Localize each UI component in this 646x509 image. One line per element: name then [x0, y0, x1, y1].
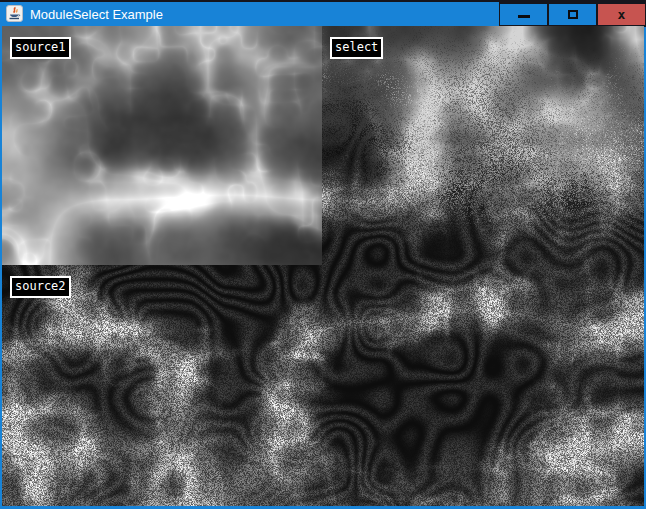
- app-window: ModuleSelect Example x source1 select so…: [0, 0, 646, 509]
- title-bar[interactable]: ModuleSelect Example x: [0, 0, 646, 26]
- window-controls: x: [499, 2, 646, 27]
- source1-noise-image: [2, 26, 322, 265]
- source2-noise-image: [2, 265, 644, 506]
- maximize-button[interactable]: [548, 2, 597, 27]
- source2-label: source2: [10, 276, 71, 298]
- maximize-icon: [568, 10, 578, 19]
- render-area: source1 select source2: [2, 26, 644, 506]
- select-label: select: [330, 37, 383, 59]
- close-button[interactable]: x: [597, 2, 646, 27]
- java-app-icon[interactable]: [6, 5, 23, 22]
- close-icon: x: [618, 8, 626, 21]
- minimize-button[interactable]: [499, 2, 548, 27]
- window-title: ModuleSelect Example: [30, 6, 163, 23]
- source1-label: source1: [10, 37, 71, 59]
- select-noise-image: [322, 26, 644, 265]
- minimize-icon: [518, 15, 530, 18]
